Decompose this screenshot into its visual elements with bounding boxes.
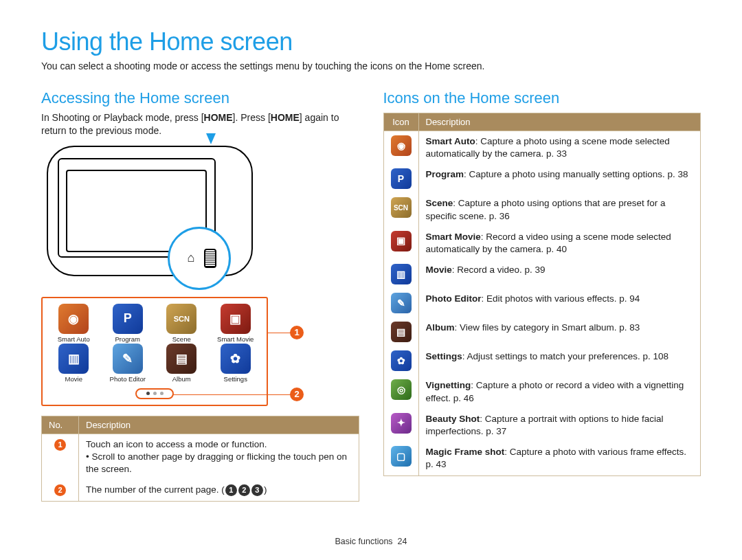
desc-cell: Vignetting: Capture a photo or record a … — [418, 375, 701, 408]
home-icon-smart-movie: ▣Smart Movie — [210, 304, 262, 343]
home-icon-scene: SCNScene — [156, 304, 207, 343]
mode-icon: SCN — [391, 197, 412, 218]
icon-cell: ✿ — [383, 346, 418, 375]
mode-label: Photo Editor — [110, 375, 146, 383]
mode-icon: P — [113, 304, 143, 334]
mode-icon: ◎ — [391, 379, 412, 400]
table-row: SCNScene: Capture a photo using options … — [383, 193, 701, 226]
mode-icon: SCN — [166, 304, 196, 334]
page-footer: Basic functions 24 — [0, 537, 742, 546]
mode-label: Album — [172, 375, 191, 383]
camera-illustration: ⌂ — [47, 146, 253, 276]
mode-icon: ✎ — [113, 344, 143, 374]
desc-cell: Movie: Record a video. p. 39 — [418, 260, 701, 289]
left-column: Accessing the Home screen In Shooting or… — [41, 89, 359, 502]
mode-label: Settings — [224, 375, 247, 383]
mode-icon: ▣ — [391, 231, 412, 251]
row-number-cell: 2 — [42, 480, 79, 501]
icon-cell: ▢ — [383, 442, 418, 475]
home-icon-smart-auto: ◉Smart Auto — [48, 304, 100, 343]
footer-page-number: 24 — [398, 537, 407, 546]
icon-cell: ✦ — [383, 409, 418, 442]
zoom-circle: ⌂ — [168, 227, 231, 290]
home-icon-album: ▤Album — [156, 344, 207, 383]
page-title: Using the Home screen — [41, 27, 701, 56]
desc-cell: Smart Movie: Record a video using a scen… — [418, 227, 701, 260]
table-row: ✿Settings: Adjust settings to match your… — [383, 346, 701, 375]
row-desc-cell: Touch an icon to access a mode or functi… — [79, 434, 359, 480]
accessing-table: No. Description 1Touch an icon to access… — [41, 416, 359, 502]
mode-icon: ▢ — [391, 446, 412, 467]
desc-cell: Photo Editor: Edit photos with various e… — [418, 289, 701, 317]
table-row: 1Touch an icon to access a mode or funct… — [42, 434, 359, 480]
mode-label: Movie — [65, 375, 82, 383]
mode-icon: ▤ — [391, 322, 412, 342]
icon-cell: ▥ — [383, 260, 418, 289]
content-columns: Accessing the Home screen In Shooting or… — [41, 89, 701, 502]
th-description: Description — [418, 113, 701, 131]
icons-table: Icon Description ◉Smart Auto: Capture a … — [383, 113, 701, 476]
page-dot-badge: 1 — [225, 484, 237, 496]
mode-icon: ▥ — [58, 344, 89, 374]
desc-cell: Scene: Capture a photo using options tha… — [418, 193, 701, 226]
th-icon: Icon — [383, 113, 418, 131]
mode-icon: ✿ — [221, 344, 251, 374]
mode-label: Program — [115, 335, 140, 343]
home-icon-program: PProgram — [102, 304, 154, 343]
mode-label: Scene — [172, 335, 191, 343]
icon-cell: ▤ — [383, 317, 418, 346]
mode-label: Smart Movie — [217, 335, 254, 343]
pager-dot-3 — [160, 392, 164, 395]
desc-cell: Beauty Shot: Capture a portrait with opt… — [418, 409, 701, 442]
page-indicator — [135, 388, 174, 399]
desc-cell: Settings: Adjust settings to match your … — [418, 346, 701, 375]
table-row: ✎Photo Editor: Edit photos with various … — [383, 289, 701, 317]
table-row: ◉Smart Auto: Capture a photo using a sce… — [383, 131, 701, 165]
table-row: ▥Movie: Record a video. p. 39 — [383, 260, 701, 289]
row-desc-cell: The number of the current page. (123) — [79, 480, 359, 501]
mode-icon: ▣ — [221, 304, 251, 334]
home-icon-settings: ✿Settings — [210, 344, 262, 383]
icon-cell: ◎ — [383, 375, 418, 408]
table-row: ▤Album: View files by category in Smart … — [383, 317, 701, 346]
table-row: ▢Magic Frame shot: Capture a photo with … — [383, 442, 701, 475]
home-screen-mock: ◉Smart AutoPProgramSCNScene▣Smart Movie▥… — [41, 297, 268, 406]
mode-label: Smart Auto — [58, 335, 90, 343]
row-number-cell: 1 — [42, 434, 79, 480]
callout-2: 2 — [290, 388, 304, 401]
pointer-arrow-icon — [206, 133, 216, 144]
icons-heading: Icons on the Home screen — [383, 89, 701, 107]
pager-dot-1 — [146, 392, 150, 395]
page-intro: You can select a shooting mode or access… — [41, 60, 701, 71]
icon-grid: ◉Smart AutoPProgramSCNScene▣Smart Movie▥… — [48, 304, 261, 383]
number-badge: 1 — [54, 439, 66, 451]
mode-icon: ◉ — [391, 135, 412, 156]
table-row: ▣Smart Movie: Record a video using a sce… — [383, 227, 701, 260]
home-button-illus — [204, 249, 216, 268]
para-pre: In Shooting or Playback mode, press [ — [41, 112, 204, 123]
footer-label: Basic functions — [335, 537, 393, 546]
pager-dot-2 — [153, 392, 157, 395]
desc-cell: Magic Frame shot: Capture a photo with v… — [418, 442, 701, 475]
home-key-2: HOME — [271, 112, 300, 123]
mode-icon: ▥ — [391, 264, 412, 284]
page-dot-badge: 3 — [251, 484, 263, 496]
th-desc: Description — [79, 416, 359, 434]
desc-cell: Smart Auto: Capture a photo using a scen… — [418, 131, 701, 165]
callout-1: 1 — [290, 326, 304, 339]
icon-cell: ✎ — [383, 289, 418, 317]
icon-cell: ◉ — [383, 131, 418, 165]
para-mid: ]. Press [ — [233, 112, 271, 123]
callout-line-1 — [268, 333, 291, 334]
accessing-paragraph: In Shooting or Playback mode, press [HOM… — [41, 111, 359, 137]
table-row: PProgram: Capture a photo using manually… — [383, 164, 701, 193]
icon-cell: SCN — [383, 193, 418, 226]
mode-icon: ✿ — [391, 350, 412, 371]
mode-icon: ✦ — [391, 413, 412, 434]
home-icon: ⌂ — [182, 249, 200, 267]
mode-icon: P — [391, 168, 412, 189]
right-column: Icons on the Home screen Icon Descriptio… — [383, 89, 701, 502]
number-badge: 2 — [54, 484, 66, 496]
page-dot-badge: 2 — [238, 484, 250, 496]
mode-icon: ▤ — [166, 344, 196, 374]
